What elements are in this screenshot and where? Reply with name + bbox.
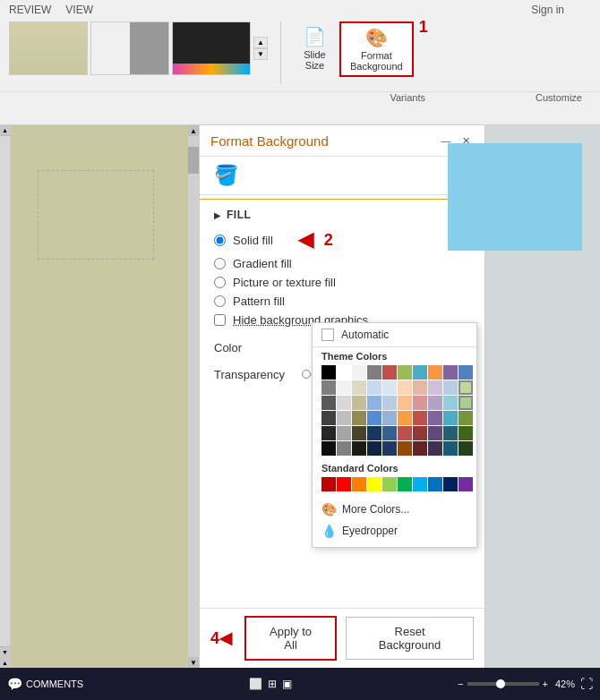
theme-color-swatch-10[interactable] [321,380,336,395]
slide-size-button[interactable]: 📄 Slide Size [294,21,336,75]
format-background-button[interactable]: 🎨 Format Background [339,21,414,77]
automatic-option[interactable]: Automatic [313,323,476,347]
theme-color-swatch-28[interactable] [443,396,458,410]
hide-bg-checkbox[interactable] [214,314,226,326]
theme-color-swatch-42[interactable] [352,426,366,440]
pattern-fill-radio[interactable] [214,295,226,307]
theme-color-swatch-27[interactable] [428,396,442,410]
theme-color-swatch-26[interactable] [413,396,427,410]
view-normal-button[interactable]: ⬜ [249,678,262,690]
view-grid-button[interactable]: ⊞ [268,678,277,690]
theme-color-swatch-47[interactable] [428,426,442,440]
theme-color-swatch-45[interactable] [398,426,412,440]
theme-color-swatch-9[interactable] [459,365,473,380]
comments-button[interactable]: 💬 COMMENTS [7,677,83,691]
more-colors-button[interactable]: 🎨 More Colors... [321,500,467,518]
standard-color-swatch-9[interactable] [459,477,473,491]
theme-color-swatch-30[interactable] [321,411,336,425]
theme-color-swatch-1[interactable] [337,365,351,380]
picture-texture-radio[interactable] [214,277,226,288]
theme-color-swatch-51[interactable] [337,441,351,456]
theme-color-swatch-4[interactable] [382,365,397,380]
theme-color-swatch-16[interactable] [413,380,427,395]
theme-color-swatch-22[interactable] [352,396,366,410]
theme-color-swatch-3[interactable] [367,365,381,380]
zoom-out-button[interactable]: − [458,679,463,689]
gradient-fill-option[interactable]: Gradient fill [214,257,470,270]
theme-color-swatch-24[interactable] [382,396,397,410]
theme-color-swatch-55[interactable] [398,441,412,456]
theme-color-swatch-33[interactable] [367,411,381,425]
theme-color-swatch-52[interactable] [352,441,366,456]
theme-thumb-2[interactable] [90,21,169,75]
theme-color-swatch-20[interactable] [321,396,336,410]
theme-color-swatch-57[interactable] [428,441,442,456]
theme-color-swatch-12[interactable] [352,380,366,395]
theme-color-swatch-18[interactable] [443,380,458,395]
scroll-down[interactable]: ▼ [253,48,268,60]
standard-color-swatch-0[interactable] [321,477,336,491]
theme-color-swatch-15[interactable] [398,380,412,395]
fit-window-button[interactable]: ⛶ [580,677,593,691]
theme-color-swatch-36[interactable] [413,411,427,425]
standard-color-swatch-4[interactable] [382,477,397,491]
tab-review[interactable]: REVIEW [9,4,51,16]
panel-scroll-up[interactable]: ▲ [0,125,11,136]
theme-color-swatch-58[interactable] [443,441,458,456]
standard-color-swatch-2[interactable] [352,477,366,491]
standard-color-swatch-1[interactable] [337,477,351,491]
theme-color-swatch-56[interactable] [413,441,427,456]
apply-to-all-button[interactable]: Apply to All [244,616,337,661]
scroll-up[interactable]: ▲ [253,37,268,48]
theme-color-swatch-59[interactable] [459,441,473,456]
gradient-fill-radio[interactable] [214,258,226,269]
theme-color-swatch-38[interactable] [443,411,458,425]
theme-color-swatch-46[interactable] [413,426,427,440]
standard-color-swatch-7[interactable] [428,477,442,491]
theme-color-swatch-49[interactable] [459,426,473,440]
theme-thumb-3[interactable] [172,21,251,75]
theme-color-swatch-35[interactable] [398,411,412,425]
theme-color-swatch-54[interactable] [382,441,397,456]
theme-color-swatch-11[interactable] [337,380,351,395]
theme-color-swatch-19[interactable] [459,380,473,395]
view-reading-button[interactable]: ▣ [282,678,292,690]
theme-color-swatch-5[interactable] [398,365,412,380]
theme-color-swatch-48[interactable] [443,426,458,440]
reset-background-button[interactable]: Reset Background [346,617,474,660]
theme-color-swatch-0[interactable] [321,365,336,380]
slide-scroll-up[interactable]: ▲ [188,125,199,136]
theme-color-swatch-29[interactable] [459,396,473,410]
pattern-fill-option[interactable]: Pattern fill [214,295,470,308]
slide-scroll-down[interactable]: ▼ [188,657,199,668]
theme-color-swatch-53[interactable] [367,441,381,456]
theme-color-swatch-44[interactable] [382,426,397,440]
theme-color-swatch-13[interactable] [367,380,381,395]
theme-color-swatch-2[interactable] [352,365,366,380]
theme-color-swatch-41[interactable] [337,426,351,440]
standard-color-swatch-8[interactable] [443,477,458,491]
panel-scroll-down[interactable]: ▼ [0,646,11,657]
theme-color-swatch-39[interactable] [459,411,473,425]
theme-color-swatch-32[interactable] [352,411,366,425]
theme-thumb-1[interactable] [9,21,88,75]
solid-fill-radio[interactable] [214,235,226,246]
standard-color-swatch-5[interactable] [398,477,412,491]
panel-scroll-up2[interactable]: ▲ [0,657,11,668]
sign-in-link[interactable]: Sign in [531,4,564,16]
theme-color-swatch-37[interactable] [428,411,442,425]
eyedropper-button[interactable]: 💧 Eyedropper [321,522,467,540]
zoom-in-button[interactable]: + [543,679,548,689]
fill-collapse-arrow[interactable]: ▶ [214,210,221,220]
theme-color-swatch-7[interactable] [428,365,442,380]
theme-color-swatch-40[interactable] [321,426,336,440]
theme-color-swatch-21[interactable] [337,396,351,410]
theme-color-swatch-23[interactable] [367,396,381,410]
theme-color-swatch-25[interactable] [398,396,412,410]
theme-color-swatch-43[interactable] [367,426,381,440]
theme-color-swatch-14[interactable] [382,380,397,395]
theme-color-swatch-31[interactable] [337,411,351,425]
picture-texture-option[interactable]: Picture or texture fill [214,276,470,289]
standard-color-swatch-3[interactable] [367,477,381,491]
theme-color-swatch-17[interactable] [428,380,442,395]
